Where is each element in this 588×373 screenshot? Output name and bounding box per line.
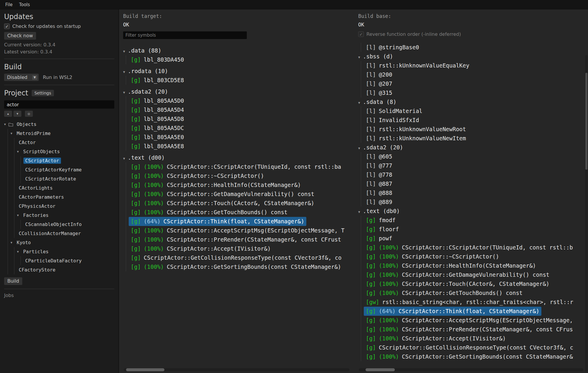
section-row[interactable]: ▼.data (88) — [123, 46, 354, 55]
base-hscrollbar[interactable] — [359, 368, 583, 371]
symbol-row[interactable]: [g]CScriptActor::GetCollisionResponseTyp… — [366, 343, 588, 352]
symbol-name: CScriptActor::Touch(CActor&, CStateManag… — [167, 200, 314, 206]
tree-item-CScannableObjectInfo[interactable]: CScannableObjectInfo — [23, 220, 114, 229]
tree-item-MetroidPrime[interactable]: ▼MetroidPrime — [11, 129, 114, 138]
tree-item-CScriptActorRotate[interactable]: CScriptActorRotate — [23, 174, 114, 183]
target-hscrollbar-thumb[interactable] — [126, 368, 164, 371]
expand-all-button[interactable]: ▼ — [13, 111, 21, 117]
build-mode-dropdown[interactable]: Disabled ▼ — [4, 74, 39, 81]
symbol-row[interactable]: [g](100%)CScriptActor::GetSortingBounds(… — [366, 352, 588, 361]
tree-item-Kyoto[interactable]: ▼Kyoto — [11, 238, 114, 247]
symbol-name: rstl::kUnknownValueNewRoot — [379, 126, 466, 132]
tree-item-Particles[interactable]: ▼Particles — [17, 247, 114, 256]
locate-symbol-button[interactable]: ◎ — [25, 111, 33, 117]
symbol-row[interactable]: [g](100%)CScriptActor::GetDamageVulnerab… — [366, 270, 588, 279]
tree-item-Factories[interactable]: ▼Factories — [17, 211, 114, 220]
tree-item-CScriptActorKeyframe[interactable]: CScriptActorKeyframe — [23, 165, 114, 174]
symbol-row[interactable]: [l]SolidMaterial — [366, 107, 588, 116]
symbol-row[interactable]: [l]@200 — [366, 70, 588, 79]
tree-item-CParticleDataFactory[interactable]: CParticleDataFactory — [23, 256, 114, 265]
symbol-row[interactable]: [l]rstl::kUnknownValueNewItem — [366, 134, 588, 143]
build-button[interactable]: Build — [4, 277, 22, 285]
symbol-row[interactable]: [g]powf — [366, 234, 588, 243]
symbol-row[interactable]: [g](100%)CScriptActor::HealthInfo(CState… — [366, 261, 588, 270]
updates-checkbox-row[interactable]: ✓ Check for updates on startup — [4, 23, 114, 29]
symbol-row[interactable]: [gw]rstl::basic_string<char, rstl::char_… — [366, 298, 588, 307]
symbol-row[interactable]: [g]lbl_805AA5E8 — [131, 142, 354, 151]
symbol-row[interactable]: [l]@stringBase0 — [366, 43, 588, 52]
tree-item-CFactoryStore[interactable]: CFactoryStore — [17, 265, 114, 274]
vertical-scrollbar-thumb[interactable] — [585, 73, 587, 170]
base-hscrollbar-thumb[interactable] — [366, 368, 395, 371]
symbol-row[interactable]: [l]InvalidSfxId — [366, 116, 588, 125]
symbol-row[interactable]: [g]lbl_805AA5D8 — [131, 114, 354, 124]
tree-item-CActor[interactable]: CActor — [17, 138, 114, 147]
symbol-row[interactable]: [g](100%)CScriptActor::Touch(CActor&, CS… — [366, 279, 588, 288]
symbol-row[interactable]: [g](100%)CScriptActor::Accept(IVisitor&) — [366, 334, 588, 343]
symbol-row[interactable]: [g](64%)CScriptActor::Think(float, CStat… — [131, 217, 354, 226]
section-row[interactable]: ▼.sdata2 (20) — [123, 87, 354, 96]
collapse-all-button[interactable]: ▲ — [4, 111, 12, 117]
symbol-row[interactable]: [g]lbl_805AA5DC — [131, 124, 354, 133]
symbol-row[interactable]: [g](100%)CScriptActor::Accept(IVisitor&) — [131, 244, 354, 253]
tree-item-Objects[interactable]: ▼Objects — [4, 120, 114, 129]
symbol-row[interactable]: [g](100%)CScriptActor::PreRender(CStateM… — [131, 235, 354, 244]
symbol-row[interactable]: [g]lbl_803CD5E8 — [131, 76, 354, 85]
symbol-row[interactable]: [l]@888 — [366, 188, 588, 198]
vertical-scrollbar[interactable] — [585, 55, 588, 372]
symbol-row[interactable]: [g]lbl_805AA5D4 — [131, 105, 354, 114]
symbol-row[interactable]: [l]@777 — [366, 161, 588, 170]
checkbox-checked-icon[interactable]: ✓ — [4, 23, 10, 29]
section-row[interactable]: ▼.rodata (10) — [123, 67, 354, 76]
symbol-row[interactable]: [g](100%)CScriptActor::Touch(CActor&, CS… — [131, 199, 354, 208]
section-row[interactable]: ▼.text (d00) — [123, 153, 354, 162]
tree-item-CCollisionActorManager[interactable]: CCollisionActorManager — [17, 229, 114, 238]
symbol-row[interactable]: [g](100%)CScriptActor::GetTouchBounds() … — [131, 208, 354, 217]
symbol-row[interactable]: [g](100%)CScriptActor::PreRender(CStateM… — [366, 325, 588, 334]
object-filter-input[interactable] — [4, 100, 114, 109]
symbol-row[interactable]: [l]@315 — [366, 88, 588, 97]
symbol-filter-input[interactable] — [123, 31, 247, 39]
symbol-flag: [g] — [131, 134, 141, 140]
symbol-row[interactable]: [g](100%)CScriptActor::GetSortingBounds(… — [131, 262, 354, 271]
symbol-row[interactable]: [l]@778 — [366, 170, 588, 179]
symbol-row[interactable]: [g]lbl_805AA5D0 — [131, 96, 354, 105]
menu-tools[interactable]: Tools — [16, 1, 33, 8]
checkbox-checked-icon[interactable]: ✓ — [358, 31, 364, 37]
section-row[interactable]: ▼.sdata2 (20) — [358, 143, 588, 152]
menu-file[interactable]: File — [2, 1, 16, 8]
symbol-row[interactable]: [l]@889 — [366, 198, 588, 207]
tree-item-CPhysicsActor[interactable]: CPhysicsActor — [17, 202, 114, 211]
tree-item-CActorParameters[interactable]: CActorParameters — [17, 193, 114, 202]
reverse-order-checkbox-row[interactable]: ✓ Reverse function order (-inline deferr… — [358, 31, 588, 37]
symbol-row[interactable]: [g](100%)CScriptActor::~CScriptActor() — [366, 252, 588, 261]
symbol-row[interactable]: [g](100%)CScriptActor::~CScriptActor() — [131, 171, 354, 180]
symbol-row[interactable]: [g]lbl_803DA450 — [131, 55, 354, 64]
tree-item-CScriptActor[interactable]: CScriptActor — [23, 156, 114, 165]
symbol-row[interactable]: [g]fmodf — [366, 216, 588, 225]
project-settings-button[interactable]: Settings — [32, 90, 54, 96]
symbol-row[interactable]: [g]floorf — [366, 225, 588, 234]
target-hscrollbar[interactable] — [124, 368, 349, 371]
section-row[interactable]: ▼.sdata (8) — [358, 97, 588, 107]
symbol-row[interactable]: [g](100%)CScriptActor::AcceptScriptMsg(E… — [131, 226, 354, 235]
symbol-row[interactable]: [g](100%)CScriptActor::AcceptScriptMsg(E… — [366, 316, 588, 325]
symbol-row[interactable]: [g](100%)CScriptActor::GetTouchBounds() … — [366, 288, 588, 298]
symbol-row[interactable]: [g](64%)CScriptActor::Think(float, CStat… — [366, 307, 588, 316]
section-row[interactable]: ▼.text (db0) — [358, 207, 588, 216]
symbol-row[interactable]: [l]rstl::kUnknownValueEqualKey — [366, 61, 588, 70]
symbol-row[interactable]: [l]@887 — [366, 179, 588, 188]
symbol-row[interactable]: [l]@207 — [366, 79, 588, 88]
symbol-row[interactable]: [g]lbl_805AA5E0 — [131, 133, 354, 142]
tree-item-CActorLights[interactable]: CActorLights — [17, 183, 114, 193]
tree-item-ScriptObjects[interactable]: ▼ScriptObjects — [17, 147, 114, 156]
symbol-row[interactable]: [g]CScriptActor::GetCollisionResponseTyp… — [131, 253, 354, 262]
symbol-row[interactable]: [g](100%)CScriptActor::CScriptActor(TUni… — [131, 162, 354, 171]
check-now-button[interactable]: Check now — [4, 32, 36, 40]
symbol-row[interactable]: [g](100%)CScriptActor::GetDamageVulnerab… — [131, 190, 354, 199]
symbol-row[interactable]: [g](100%)CScriptActor::HealthInfo(CState… — [131, 180, 354, 190]
symbol-row[interactable]: [g](100%)CScriptActor::CScriptActor(TUni… — [366, 243, 588, 252]
section-row[interactable]: ▼.sbss (d) — [358, 52, 588, 61]
symbol-row[interactable]: [l]@605 — [366, 152, 588, 161]
symbol-row[interactable]: [l]rstl::kUnknownValueNewRoot — [366, 125, 588, 134]
